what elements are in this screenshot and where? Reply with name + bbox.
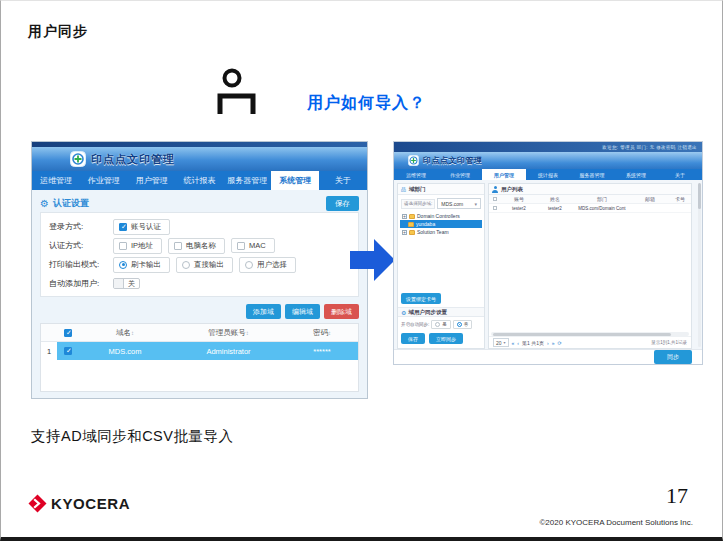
left-tab-ops[interactable]: 运维管理 <box>32 171 80 190</box>
select-all-checkbox[interactable] <box>64 329 72 337</box>
radio-selected-icon[interactable] <box>119 261 127 269</box>
ip-option[interactable]: IP地址 <box>113 238 162 254</box>
gear-icon <box>40 198 49 209</box>
user-select-option[interactable]: 用户选择 <box>239 257 296 273</box>
computer-name-option[interactable]: 电脑名称 <box>168 238 225 254</box>
index-header <box>41 324 57 341</box>
right-app-header: 印点点文印管理 <box>394 152 702 169</box>
user-list-panel: 用户列表 账号 姓名 部门 邮箱 卡号 tester2 tester2 MDS.… <box>488 183 692 349</box>
last-page-icon[interactable] <box>552 340 555 346</box>
right-tab-users[interactable]: 用户管理 <box>482 169 526 180</box>
no-label: 否 <box>464 322 469 327</box>
right-tab-reports[interactable]: 统计报表 <box>526 169 570 180</box>
right-tab-ops[interactable]: 运维管理 <box>394 169 438 180</box>
name-cell: tester2 <box>537 206 573 211</box>
card-col-header[interactable]: 卡号 <box>669 196 691 202</box>
sync-button[interactable]: 同步 <box>654 350 692 364</box>
sync-now-button[interactable]: 立即同步 <box>429 333 463 344</box>
first-page-icon[interactable] <box>512 340 515 346</box>
radio-icon[interactable] <box>182 261 190 269</box>
direct-output-label: 直接输出 <box>194 260 224 270</box>
checkbox-checked-icon[interactable] <box>119 223 127 231</box>
horizontal-scrollbar[interactable] <box>491 332 689 336</box>
account-col-header[interactable]: 账号 <box>501 196 537 202</box>
auto-sync-yes-option[interactable]: 是 <box>431 320 451 329</box>
ip-option-label: IP地址 <box>131 241 153 251</box>
add-domain-button[interactable]: 添加域 <box>246 304 281 319</box>
radio-icon[interactable] <box>245 261 253 269</box>
bind-card-button[interactable]: 设置绑定卡号 <box>401 293 441 304</box>
tree-item-solution-team[interactable]: Solution Team <box>400 228 482 236</box>
vertical-scrollbar[interactable] <box>698 183 701 347</box>
tree-label: Solution Team <box>417 229 449 235</box>
app-logo-icon <box>70 151 86 167</box>
refresh-icon[interactable] <box>557 340 561 346</box>
row-checkbox[interactable] <box>64 347 72 355</box>
left-tab-about[interactable]: 关于 <box>319 171 367 190</box>
radio-icon[interactable] <box>435 322 440 327</box>
next-page-icon[interactable] <box>547 340 549 346</box>
right-tab-jobs[interactable]: 作业管理 <box>438 169 482 180</box>
radio-selected-icon[interactable] <box>457 322 462 327</box>
email-col-header[interactable]: 邮箱 <box>631 196 669 202</box>
delete-domain-button[interactable]: 删除域 <box>324 304 359 319</box>
tree-item-selected[interactable]: yundaba <box>400 220 482 228</box>
right-tab-servers[interactable]: 服务器管理 <box>570 169 614 180</box>
expand-icon[interactable] <box>402 214 407 219</box>
toggle-knob <box>114 279 124 288</box>
checkbox-icon[interactable] <box>237 242 245 250</box>
direct-output-option[interactable]: 直接输出 <box>176 257 233 273</box>
page-size-select[interactable]: 20 <box>493 338 509 347</box>
sync-domain-select[interactable]: MDS.com <box>437 198 481 209</box>
select-all-checkbox[interactable] <box>493 197 497 201</box>
tree-item-domain-controllers[interactable]: Domain Controllers <box>400 212 482 220</box>
sync-domain-label: 请选择同步域: <box>401 199 435 209</box>
user-table-row[interactable]: tester2 tester2 MDS.com/Domain Cont <box>489 204 691 213</box>
admin-cell: Administrator <box>171 342 286 360</box>
right-tab-about[interactable]: 关于 <box>658 169 702 180</box>
password-col-header[interactable]: 密码 <box>286 324 358 341</box>
auto-sync-row: 开启自动同步: 是 否 <box>401 320 481 329</box>
gear-icon <box>401 309 406 316</box>
auto-sync-no-option[interactable]: 否 <box>453 320 473 329</box>
right-app-top-strip: 欢迎您: 管理员 部门: 无 修改密码 注销退出 <box>394 142 702 152</box>
brand-logo: KYOCERA <box>28 494 130 513</box>
checkbox-icon[interactable] <box>119 242 127 250</box>
auth-settings-bar: 认证设置 保存 <box>40 195 359 212</box>
auto-add-user-row: 自动添加用户: 关 <box>49 274 350 293</box>
account-auth-option[interactable]: 账号认证 <box>113 219 170 235</box>
domain-table-header: 域名 管理员账号 密码 <box>41 324 358 342</box>
left-tab-users[interactable]: 用户管理 <box>128 171 176 190</box>
right-tab-system[interactable]: 系统管理 <box>614 169 658 180</box>
user-select-label: 用户选择 <box>257 260 287 270</box>
mac-option[interactable]: MAC <box>231 238 275 253</box>
user-session-info[interactable]: 欢迎您: 管理员 部门: 无 修改密码 注销退出 <box>602 145 697 150</box>
left-tab-system[interactable]: 系统管理 <box>271 171 319 190</box>
auth-settings-panel: 登录方式: 账号认证 认证方式: IP地址 电脑名称 <box>40 212 359 297</box>
left-tab-reports[interactable]: 统计报表 <box>176 171 224 190</box>
user-list-title: 用户列表 <box>501 186 523 193</box>
card-output-option[interactable]: 刷卡输出 <box>113 257 170 273</box>
auto-add-toggle[interactable]: 关 <box>113 278 140 289</box>
prev-page-icon[interactable] <box>517 340 519 346</box>
dept-col-header[interactable]: 部门 <box>573 196 631 202</box>
left-tab-servers[interactable]: 服务器管理 <box>223 171 271 190</box>
left-tab-jobs[interactable]: 作业管理 <box>80 171 128 190</box>
left-app-header: 印点点文印管理 <box>32 147 367 171</box>
edit-domain-button[interactable]: 编辑域 <box>285 304 320 319</box>
tree-label: yundaba <box>416 221 435 227</box>
slide-title: 用户同步 <box>28 23 88 41</box>
name-col-header[interactable]: 姓名 <box>537 196 573 202</box>
domain-tree: Domain Controllers yundaba Solution Team <box>400 212 482 236</box>
row-checkbox[interactable] <box>493 206 497 210</box>
domain-table-row[interactable]: 1 MDS.com Administrator ****** <box>41 342 358 360</box>
domain-col-header[interactable]: 域名 <box>79 324 171 341</box>
sync-save-button[interactable]: 保存 <box>401 333 425 344</box>
checkbox-icon[interactable] <box>174 242 182 250</box>
computer-name-label: 电脑名称 <box>186 241 216 251</box>
admin-col-header[interactable]: 管理员账号 <box>171 324 286 341</box>
expand-icon[interactable] <box>402 230 407 235</box>
slide: 用户同步 用户如何导入？ 印点点文印管理 运维管理 作业管理 用户管理 统计报表… <box>0 0 723 541</box>
save-button[interactable]: 保存 <box>326 196 359 211</box>
left-app-content: 认证设置 保存 登录方式: 账号认证 认证方式: IP地址 <box>32 190 367 398</box>
